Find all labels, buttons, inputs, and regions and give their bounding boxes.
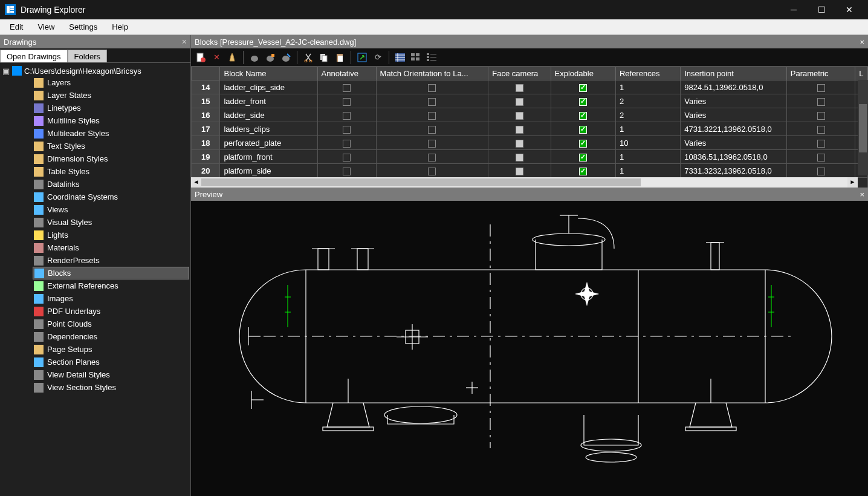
checkbox[interactable]	[428, 126, 436, 134]
checkbox[interactable]	[428, 140, 436, 148]
checkbox[interactable]	[343, 168, 351, 175]
tree-item-page-setups[interactable]: Page Setups	[33, 343, 189, 356]
table-row[interactable]: 15ladder_front2Varies	[192, 94, 868, 108]
checkbox[interactable]	[579, 112, 587, 120]
checkbox[interactable]	[516, 84, 523, 92]
tree-item-section-planes[interactable]: Section Planes	[33, 356, 189, 368]
checkbox[interactable]	[343, 140, 351, 148]
menu-help[interactable]: Help	[105, 21, 135, 33]
checkbox[interactable]	[343, 154, 351, 162]
checkbox[interactable]	[516, 140, 523, 148]
checkbox[interactable]	[817, 140, 825, 148]
col-header[interactable]: Explodable	[551, 67, 615, 80]
tool-b-button[interactable]	[263, 50, 277, 65]
tree-item-visual-styles[interactable]: Visual Styles	[33, 216, 189, 229]
checkbox[interactable]	[579, 98, 587, 106]
checkbox[interactable]	[579, 140, 587, 148]
checkbox[interactable]	[516, 112, 523, 120]
tree-item-layer-states[interactable]: Layer States	[33, 89, 189, 102]
col-header[interactable]	[192, 67, 220, 80]
tree-item-blocks[interactable]: Blocks	[33, 267, 189, 279]
tree-root[interactable]: ▣ C:\Users\design\Hexagon\Bricsys	[1, 65, 189, 76]
expander-icon[interactable]: ▣	[2, 67, 10, 76]
drawings-panel-close-icon[interactable]: ×	[182, 37, 187, 47]
checkbox[interactable]	[817, 126, 825, 134]
tab-open-drawings[interactable]: Open Drawings	[0, 50, 68, 62]
tool-c-button[interactable]	[279, 50, 293, 65]
close-button[interactable]: ✕	[835, 0, 863, 19]
view-list-button[interactable]	[424, 50, 439, 65]
tree-item-images[interactable]: Images	[33, 292, 189, 305]
new-button[interactable]	[193, 50, 208, 65]
col-header[interactable]: Parametric	[786, 67, 855, 80]
table-row[interactable]: 18perforated_plate10Varies	[192, 136, 868, 150]
table-row[interactable]: 17ladders_clips14731.3221,13962.0518,0	[192, 122, 868, 136]
checkbox[interactable]	[817, 154, 825, 162]
checkbox[interactable]	[428, 98, 436, 106]
horizontal-scrollbar[interactable]: ◄ ►	[191, 177, 858, 188]
scroll-left-button[interactable]: ◄	[191, 177, 201, 188]
checkbox[interactable]	[817, 84, 825, 92]
checkbox[interactable]	[428, 154, 436, 162]
checkbox[interactable]	[428, 84, 436, 92]
delete-button[interactable]: ✕	[209, 50, 224, 65]
tree-item-text-styles[interactable]: Text Styles	[33, 140, 189, 152]
menu-settings[interactable]: Settings	[62, 21, 105, 33]
checkbox[interactable]	[817, 98, 825, 106]
tree-item-point-clouds[interactable]: Point Clouds	[33, 318, 189, 330]
checkbox[interactable]	[428, 112, 436, 120]
minimize-button[interactable]: ─	[780, 0, 808, 19]
col-header[interactable]: References	[615, 67, 680, 80]
maximize-button[interactable]: ☐	[808, 0, 835, 19]
checkbox[interactable]	[516, 98, 523, 106]
checkbox[interactable]	[516, 154, 523, 162]
preview-canvas[interactable]	[191, 201, 868, 496]
tree-item-table-styles[interactable]: Table Styles	[33, 165, 189, 178]
col-header[interactable]: Face camera	[488, 67, 551, 80]
tree-item-multileader-styles[interactable]: Multileader Styles	[33, 127, 189, 140]
cut-button[interactable]	[301, 50, 316, 65]
checkbox[interactable]	[343, 126, 351, 134]
tree-item-multiline-styles[interactable]: Multiline Styles	[33, 114, 189, 127]
tree-item-materials[interactable]: Materials	[33, 241, 189, 254]
checkbox[interactable]	[579, 84, 587, 92]
tab-folders[interactable]: Folders	[68, 50, 107, 62]
tree-item-view-section-styles[interactable]: View Section Styles	[33, 381, 189, 394]
table-row[interactable]: 20platform_side17331.3232,13962.0518,0	[192, 164, 868, 178]
purge-button[interactable]	[225, 50, 239, 65]
table-row[interactable]: 14ladder_clips_side19824.51,13962.0518,0	[192, 80, 868, 94]
tree-item-datalinks[interactable]: Datalinks	[33, 178, 189, 191]
checkbox[interactable]	[817, 112, 825, 120]
insert-button[interactable]	[355, 50, 369, 65]
checkbox[interactable]	[579, 168, 587, 175]
view-icons-button[interactable]	[409, 50, 423, 65]
tree-item-lights[interactable]: Lights	[33, 229, 189, 241]
tool-a-button[interactable]	[247, 50, 262, 65]
refresh-button[interactable]: ⟳	[371, 50, 385, 65]
col-header[interactable]: Insertion point	[681, 67, 786, 80]
paste-button[interactable]	[332, 50, 347, 65]
preview-panel-close-icon[interactable]: ×	[860, 190, 864, 199]
tree-item-linetypes[interactable]: Linetypes	[33, 102, 189, 114]
menu-edit[interactable]: Edit	[2, 21, 30, 33]
blocks-panel-close-icon[interactable]: ×	[860, 38, 864, 47]
tree-item-layers[interactable]: Layers	[33, 76, 189, 89]
tree-item-dimension-styles[interactable]: Dimension Styles	[33, 152, 189, 165]
tree-item-view-detail-styles[interactable]: View Detail Styles	[33, 368, 189, 381]
checkbox[interactable]	[428, 168, 436, 175]
checkbox[interactable]	[343, 98, 351, 106]
table-row[interactable]: 16ladder_side2Varies	[192, 108, 868, 122]
vertical-scrollbar[interactable]	[858, 80, 868, 175]
checkbox[interactable]	[817, 168, 825, 175]
tree-item-external-references[interactable]: External References	[33, 279, 189, 292]
checkbox[interactable]	[579, 154, 587, 162]
table-row[interactable]: 19platform_front110836.51,13962.0518,0	[192, 150, 868, 164]
view-details-button[interactable]	[393, 50, 407, 65]
tree-item-views[interactable]: Views	[33, 203, 189, 216]
checkbox[interactable]	[343, 112, 351, 120]
checkbox[interactable]	[516, 126, 523, 134]
checkbox[interactable]	[516, 168, 523, 175]
tree-item-renderpresets[interactable]: RenderPresets	[33, 254, 189, 267]
col-header[interactable]: Match Orientation to La...	[376, 67, 488, 80]
menu-view[interactable]: View	[30, 21, 62, 33]
